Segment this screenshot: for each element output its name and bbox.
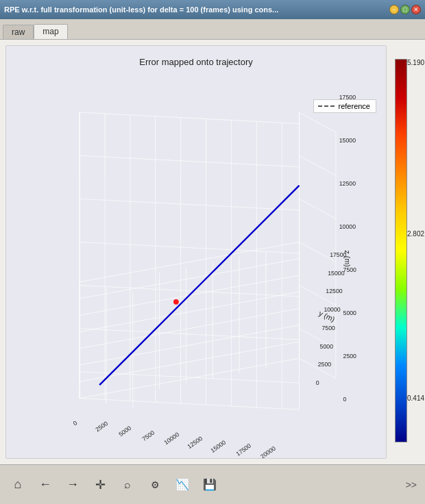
title-bar-buttons: − □ ✕	[389, 5, 421, 14]
svg-text:5000: 5000	[343, 310, 357, 316]
svg-text:0: 0	[343, 396, 347, 403]
pan-icon: ✛	[95, 477, 106, 492]
plot-title: Error mapped onto trajectory	[139, 57, 252, 67]
title-bar-text: RPE w.r.t. full transformation (unit-les…	[4, 5, 278, 14]
save-icon: 💾	[203, 478, 217, 491]
pan-button[interactable]: ✛	[88, 473, 112, 497]
tab-raw[interactable]: raw	[3, 25, 34, 39]
svg-text:15000: 15000	[339, 137, 356, 144]
zoom-button[interactable]: ⌕	[115, 473, 140, 497]
legend-box: reference	[313, 99, 376, 113]
save-button[interactable]: 💾	[197, 473, 222, 497]
home-icon: ⌂	[14, 477, 22, 492]
forward-icon: →	[66, 477, 79, 492]
svg-text:2500: 2500	[318, 361, 332, 368]
svg-text:0: 0	[316, 379, 319, 386]
legend-label: reference	[339, 102, 370, 110]
tab-map[interactable]: map	[34, 24, 67, 39]
svg-text:7500: 7500	[322, 325, 336, 331]
zoom-icon: ⌕	[124, 479, 131, 491]
svg-rect-0	[53, 79, 345, 452]
colorbar-max-label: 5.190	[407, 59, 424, 66]
svg-text:12500: 12500	[326, 288, 342, 294]
colorbar-min-label: 0.414	[407, 394, 424, 402]
plot-area: Error mapped onto trajectory reference	[5, 45, 387, 459]
home-button[interactable]: ⌂	[5, 473, 30, 497]
svg-point-58	[173, 299, 179, 305]
more-button[interactable]: >>	[403, 477, 420, 493]
svg-text:10000: 10000	[339, 223, 356, 230]
svg-text:17500: 17500	[330, 251, 346, 258]
tab-bar: raw map	[0, 19, 425, 40]
settings-icon: ⚙	[151, 479, 160, 490]
main-content: Error mapped onto trajectory reference	[0, 40, 425, 464]
toolbar: ⌂ ← → ✛ ⌕ ⚙ 📉 💾 >>	[0, 464, 425, 504]
svg-text:5000: 5000	[320, 343, 334, 350]
colorbar	[395, 59, 407, 442]
back-button[interactable]: ←	[33, 473, 58, 497]
settings-button[interactable]: ⚙	[143, 473, 167, 497]
minimize-button[interactable]: −	[389, 5, 399, 14]
svg-text:7500: 7500	[343, 266, 357, 273]
svg-text:15000: 15000	[328, 270, 344, 277]
svg-text:2500: 2500	[343, 353, 357, 360]
line-button[interactable]: 📉	[170, 473, 195, 497]
line-icon: 📉	[175, 478, 189, 491]
svg-text:12500: 12500	[339, 180, 356, 187]
colorbar-container: 5.190 2.802 0.414	[392, 45, 420, 459]
title-bar: RPE w.r.t. full transformation (unit-les…	[0, 0, 425, 19]
maximize-button[interactable]: □	[400, 5, 410, 14]
legend-dashed-line	[318, 105, 335, 107]
colorbar-mid-label: 2.802	[407, 230, 424, 238]
close-button[interactable]: ✕	[411, 5, 421, 14]
back-icon: ←	[39, 477, 51, 492]
forward-button[interactable]: →	[60, 473, 85, 497]
